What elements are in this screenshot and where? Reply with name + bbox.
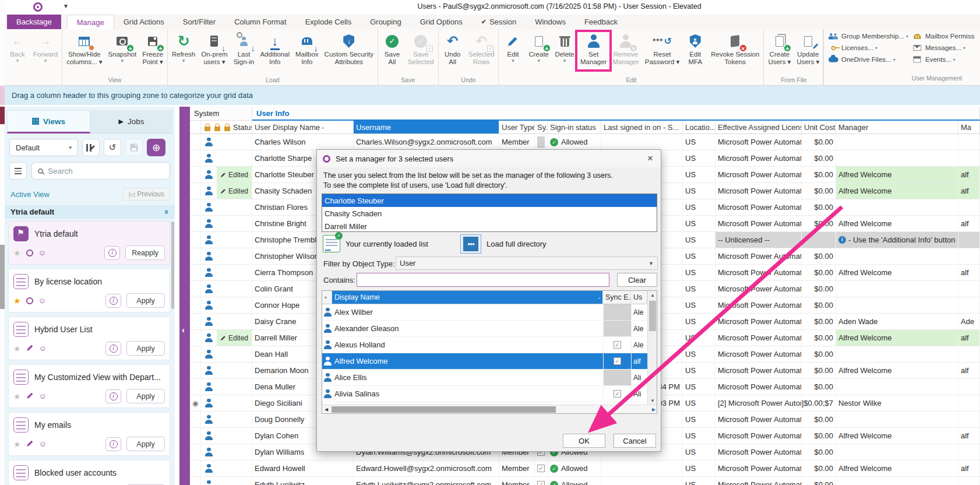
info-button[interactable]: i <box>105 437 121 451</box>
app-logo-icon[interactable] <box>33 2 43 12</box>
view-card-ytria-default[interactable]: Ytria default★☺iReapply <box>8 221 170 265</box>
source-load-full-directory[interactable]: ●●● Load full directory <box>460 233 547 254</box>
selected-user-row[interactable]: Chasity Schaden <box>322 207 657 220</box>
ribbon-button-on-prem-users[interactable]: ↓On-premusers ▾ <box>198 31 230 66</box>
ribbon-button-mailbox-info[interactable]: ↓MailboxInfo <box>292 31 322 66</box>
ribbon-button-create[interactable]: +Create▾ <box>526 31 552 64</box>
column-header-manager[interactable]: Manager <box>836 121 958 133</box>
favorite-star-icon[interactable]: ★ <box>13 345 21 353</box>
close-icon[interactable]: × <box>642 152 658 166</box>
tab-explode-cells[interactable]: Explode Cells <box>296 15 361 29</box>
filter-views-button[interactable] <box>9 162 27 180</box>
directory-user-row[interactable]: Alfred Welcome✓alf <box>322 353 657 370</box>
ribbon-button-forward[interactable]: →Forward▾ <box>30 31 61 64</box>
sync-checkbox[interactable]: ✓ <box>537 465 545 472</box>
ribbon-button-save-selected[interactable]: ✓✓SaveSelected <box>405 31 437 66</box>
column-header-status[interactable]: Status <box>201 121 252 133</box>
scroll-down-icon[interactable]: ▼ <box>648 396 657 405</box>
ribbon-button-edit-mfa[interactable]: EditMFA <box>682 31 708 66</box>
table-row[interactable]: Charles WilsonCharles.Wilson@sygx2.onmic… <box>190 134 980 150</box>
ribbon-button-back[interactable]: ←Back▾ <box>5 31 30 64</box>
ribbon-button-selected-rows[interactable]: ↶✓SelectedRows <box>466 31 498 66</box>
dialog-column-display-name[interactable]: Display Name- <box>332 291 603 304</box>
sync-checkbox[interactable]: ✓ <box>614 390 621 398</box>
add-view-button[interactable]: ⊕ <box>147 139 165 156</box>
ribbon-button-save-all[interactable]: ✓SaveAll <box>379 31 405 66</box>
cancel-button[interactable]: Cancel <box>614 434 656 448</box>
ribbon-button-refresh[interactable]: ↻Refresh▾ <box>169 31 198 64</box>
save-view-button[interactable] <box>125 139 143 156</box>
selected-user-row[interactable]: Charlotte Steuber <box>322 194 657 207</box>
apply-button[interactable]: Apply <box>126 389 165 403</box>
view-card-by-license-location[interactable]: By license location★☺iApply <box>8 269 170 312</box>
favorite-star-icon[interactable]: ★ <box>13 297 21 305</box>
ribbon-button-snapshot[interactable]: +Snapshot▾ <box>105 31 140 64</box>
vscroll-thumb[interactable] <box>649 301 656 331</box>
reset-view-button[interactable]: ↺ <box>104 139 121 156</box>
tab-feedback[interactable]: Feedback <box>575 15 627 29</box>
view-card-my-emails[interactable]: My emails★☺iApply <box>8 412 170 456</box>
sync-checkbox[interactable]: ✓ <box>537 481 545 485</box>
favorite-star-icon[interactable]: ★ <box>13 440 21 448</box>
ribbon-button-update-users[interactable]: UpdateUsers ▾ <box>794 31 822 66</box>
sidebar-scrollbar-thumb[interactable] <box>171 222 174 309</box>
tab-views[interactable]: Views <box>7 110 90 133</box>
column-header-username[interactable]: Username <box>354 121 499 133</box>
selected-users-listbox[interactable]: Charlotte SteuberChasity SchadenDarrell … <box>322 194 657 232</box>
band-system[interactable]: System <box>190 107 252 121</box>
directory-user-row[interactable]: Alice EllisAli <box>322 370 657 386</box>
directory-user-row[interactable]: Alexus Holland✓Ale <box>322 337 657 353</box>
ribbon-small-events[interactable]: Events...▾ <box>911 55 974 64</box>
tab-windows[interactable]: Windows <box>526 15 575 29</box>
dialog-grid-vscrollbar[interactable]: ▲ ▼ <box>647 291 657 405</box>
table-row[interactable]: Edyth LucilwitzEdyth.Lucilwitz@sygx2.onm… <box>190 477 980 485</box>
table-row[interactable]: Edward HowellEdward.Howell@sygx2.onmicro… <box>190 461 980 477</box>
ribbon-button-reset-password[interactable]: ***↺ResetPassword ▾ <box>642 31 682 66</box>
apply-button[interactable]: Apply <box>126 293 165 308</box>
source-currently-loaded[interactable]: Your currently loaded list <box>323 233 428 254</box>
dialog-column-us[interactable]: Us <box>631 291 647 304</box>
column-header-sy[interactable]: Sy... <box>535 121 548 133</box>
search-input[interactable] <box>48 167 164 175</box>
scroll-left-icon[interactable]: ◀ <box>322 405 330 414</box>
scroll-right-icon[interactable]: ▶ <box>650 405 657 414</box>
reapply-button[interactable]: Reapply <box>125 245 165 260</box>
info-button[interactable]: i <box>105 294 121 308</box>
scroll-up-icon[interactable]: ▲ <box>648 291 657 300</box>
column-header-user-type[interactable]: User Type <box>499 121 535 133</box>
tab-sort-filter[interactable]: Sort/Filter <box>174 15 225 29</box>
ribbon-button-additional-info[interactable]: ↓AdditionalInfo <box>257 31 292 66</box>
ribbon-button-set-manager[interactable]: SetManager <box>577 31 609 66</box>
hscroll-thumb[interactable] <box>332 406 556 413</box>
sync-checkbox[interactable]: ✓ <box>614 357 621 365</box>
column-header-user-display-name[interactable]: User Display Name▴ <box>252 121 354 133</box>
active-view-header[interactable]: Ytria default » <box>5 205 175 219</box>
sidebar-collapse-handle[interactable]: ‹ <box>179 107 190 485</box>
ribbon-button-edit[interactable]: Edit▾ <box>500 31 526 64</box>
dialog-sort-header[interactable]: ▾ <box>322 291 332 304</box>
tab-jobs[interactable]: ▶ Jobs <box>90 110 172 133</box>
view-card-my-customized-view-with-depart[interactable]: My Customized View with Depart...★☺iAppl… <box>8 364 170 408</box>
favorite-star-icon[interactable]: ★ <box>13 392 21 400</box>
column-header-ma[interactable]: Ma <box>958 121 980 133</box>
apply-button[interactable]: Apply <box>126 341 165 356</box>
directory-user-row[interactable]: Alexander GleasonAle <box>322 321 657 337</box>
view-card-blocked-user-accounts[interactable]: Blocked user accounts★☺iApply <box>8 460 170 485</box>
tab-grid-actions[interactable]: Grid Actions <box>114 15 174 29</box>
previous-view-button[interactable]: |◁ Previous <box>123 188 170 201</box>
ribbon-small-onedrive-files[interactable]: OneDrive Files...▾ <box>827 55 908 64</box>
directory-user-row[interactable]: Alivia Salinas✓Ali <box>322 386 657 402</box>
dialog-title-bar[interactable]: Set a manager for 3 selected users <box>317 150 661 167</box>
ribbon-small-mailbox-permiss[interactable]: Mailbox Permiss <box>911 31 974 41</box>
manage-views-button[interactable] <box>82 139 100 156</box>
ok-button[interactable]: OK <box>563 434 605 448</box>
dialog-grid-hscrollbar[interactable]: ◀ ▶ <box>322 405 657 413</box>
ribbon-small-licenses[interactable]: Licenses...▾ <box>827 43 908 52</box>
tab-manage[interactable]: Manage <box>67 15 114 29</box>
ribbon-button-undo-all[interactable]: ↶UndoAll <box>440 31 466 66</box>
sync-checkbox[interactable]: ✓ <box>614 341 621 349</box>
ribbon-button-delete[interactable]: Delete▾ <box>552 31 577 64</box>
column-header-effective-assigned-licens[interactable]: Effective Assigned Licens... <box>715 121 802 133</box>
view-category-select[interactable]: Default ▾ <box>9 139 78 156</box>
column-header-unit-cost[interactable]: Unit Cost... <box>802 121 836 133</box>
